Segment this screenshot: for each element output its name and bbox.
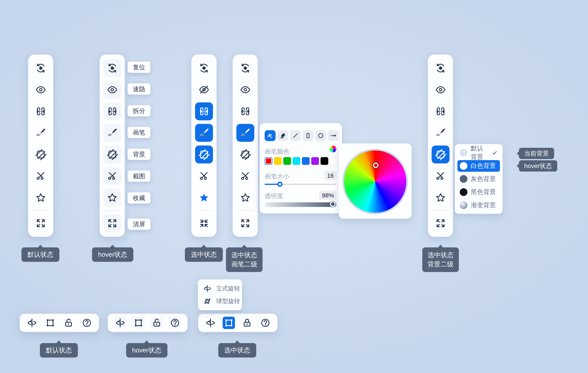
- favorite-button[interactable]: [431, 189, 450, 207]
- rectangle-icon: [304, 132, 312, 139]
- screenshot-button[interactable]: [103, 167, 121, 185]
- frame-icon: [45, 318, 55, 328]
- favorite-button[interactable]: [103, 189, 121, 207]
- arrow-tool-button[interactable]: [328, 130, 339, 141]
- rectangle-tool-button[interactable]: [303, 130, 314, 141]
- help-button[interactable]: [259, 317, 272, 329]
- swatch-purple[interactable]: [311, 157, 319, 165]
- opacity-slider[interactable]: [265, 202, 336, 207]
- bottom-toolbar-hover: [108, 314, 188, 332]
- screenshot-button[interactable]: [195, 167, 213, 185]
- split-button[interactable]: [236, 102, 254, 120]
- quick-hide-button[interactable]: [103, 81, 121, 99]
- quick-hide-button[interactable]: [431, 81, 450, 99]
- exit-fullscreen-button[interactable]: [195, 214, 213, 232]
- quick-hide-button[interactable]: [195, 81, 213, 99]
- screenshot-button[interactable]: [431, 167, 450, 185]
- reset-button[interactable]: [32, 59, 50, 77]
- swatch-green[interactable]: [283, 157, 291, 165]
- menu-item-sphere-rotation[interactable]: 球型旋转: [203, 297, 242, 306]
- help-button[interactable]: [81, 317, 93, 329]
- lock-button[interactable]: [241, 317, 253, 329]
- transform-button[interactable]: [132, 317, 145, 329]
- lock-button[interactable]: [151, 317, 163, 329]
- menu-item-vertical-rotation[interactable]: 立式旋转: [203, 284, 242, 293]
- bottom-toolbar-selected: [198, 314, 277, 332]
- divider: [237, 210, 253, 211]
- split-button[interactable]: [32, 102, 50, 120]
- expand-icon: [107, 218, 118, 229]
- line-tool-button[interactable]: [290, 130, 301, 141]
- opacity-thumb[interactable]: [330, 201, 336, 207]
- state-label-selected-background: 选中状态 背景二级: [422, 247, 459, 272]
- favorite-button[interactable]: [236, 189, 254, 207]
- quick-hide-button[interactable]: [32, 81, 50, 99]
- eraser-tool-button[interactable]: [277, 130, 288, 141]
- menu-item-gray-background[interactable]: 灰色背景: [457, 173, 500, 185]
- brush-color-label: 画笔颜色: [265, 147, 289, 156]
- transform-button-selected[interactable]: [223, 317, 235, 329]
- tooltip-reset: 复位: [127, 62, 150, 73]
- rotate-3d-button[interactable]: [114, 317, 126, 329]
- brush-button[interactable]: [32, 124, 50, 142]
- swatch-black[interactable]: [321, 157, 328, 165]
- brush-icon: [435, 127, 446, 138]
- menu-item-white-background-hover[interactable]: 白色背景: [457, 160, 500, 172]
- pen-tool-button-selected[interactable]: [265, 130, 275, 141]
- state-label-selected-brush: 选中状态 画笔二级: [226, 247, 262, 272]
- split-button[interactable]: [431, 102, 450, 120]
- opacity-gradient: [265, 202, 336, 207]
- reset-button[interactable]: [195, 59, 213, 77]
- split-button[interactable]: [103, 102, 121, 120]
- screenshot-button[interactable]: [32, 167, 50, 185]
- transform-button[interactable]: [44, 317, 56, 329]
- swatch-cyan[interactable]: [293, 157, 300, 165]
- help-button[interactable]: [169, 317, 181, 329]
- background-button[interactable]: [236, 145, 254, 164]
- background-button-selected[interactable]: [195, 145, 213, 164]
- fullscreen-button[interactable]: [32, 214, 50, 232]
- state-label-line2: 画笔二级: [231, 260, 257, 269]
- swatch-white[interactable]: [330, 157, 337, 165]
- ellipse-tool-button[interactable]: [315, 130, 326, 141]
- axis-rotation-icon: [205, 318, 216, 328]
- reset-button[interactable]: [236, 59, 254, 77]
- rotate-3d-button[interactable]: [204, 317, 217, 329]
- screenshot-button[interactable]: [236, 167, 254, 185]
- swatch-red-selected[interactable]: [265, 157, 272, 165]
- swatch-yellow[interactable]: [274, 157, 282, 165]
- check-icon: [492, 150, 498, 156]
- background-button[interactable]: [103, 145, 121, 164]
- brush-size-slider[interactable]: [265, 184, 336, 185]
- menu-item-black-background[interactable]: 黑色背景: [457, 186, 500, 198]
- brush-icon: [240, 127, 251, 138]
- quick-hide-button[interactable]: [236, 81, 254, 99]
- reset-button[interactable]: [431, 59, 450, 77]
- split-button-selected[interactable]: [195, 102, 213, 120]
- brush-button[interactable]: [431, 124, 450, 142]
- background-button[interactable]: [32, 145, 50, 164]
- color-wheel-icon[interactable]: [330, 146, 336, 152]
- menu-item-default-background[interactable]: 默认背景: [457, 147, 500, 159]
- tooltip-brush: 画笔: [127, 127, 150, 138]
- state-label-line2: 背景二级: [428, 260, 453, 269]
- fullscreen-button[interactable]: [431, 214, 450, 232]
- slider-thumb[interactable]: [277, 182, 283, 187]
- favorite-button[interactable]: [32, 189, 50, 207]
- menu-item-label: 渐变背景: [471, 201, 496, 209]
- swatch-blue[interactable]: [302, 157, 310, 165]
- rotate-3d-button[interactable]: [26, 317, 38, 329]
- brush-button[interactable]: [103, 124, 121, 142]
- clear-screen-button[interactable]: [103, 214, 121, 232]
- fullscreen-button[interactable]: [236, 214, 254, 232]
- menu-item-gradient-background[interactable]: 渐变背景: [457, 199, 500, 211]
- color-wheel-cursor[interactable]: [373, 162, 378, 168]
- background-button-selected[interactable]: [431, 145, 450, 164]
- brush-button-selected[interactable]: [236, 124, 254, 142]
- favorite-button-active[interactable]: [195, 189, 213, 207]
- color-wheel[interactable]: [343, 149, 408, 214]
- brush-button-selected[interactable]: [195, 124, 213, 142]
- reset-button[interactable]: [103, 59, 121, 77]
- brush-tool-row: [265, 130, 339, 141]
- lock-button[interactable]: [62, 317, 75, 329]
